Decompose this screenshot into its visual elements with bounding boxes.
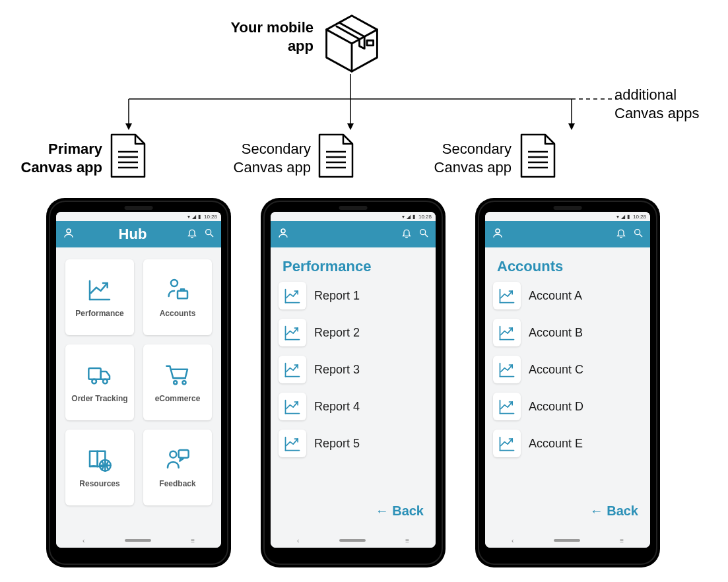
branch-label-0: PrimaryCanvas app xyxy=(0,140,102,176)
profile-icon[interactable] xyxy=(63,227,79,242)
person-chat-icon xyxy=(163,447,192,472)
search-icon[interactable] xyxy=(633,228,644,241)
chart-icon xyxy=(279,430,306,457)
chart-icon xyxy=(493,319,521,346)
document-icon-2 xyxy=(519,132,557,179)
profile-icon[interactable] xyxy=(492,227,508,242)
phone-hub: ▾ ◢ ▮ 10:28 Hub Perfo xyxy=(46,198,231,567)
hub-grid: Performance Accounts Order Tracking eCom… xyxy=(64,255,213,509)
phone-performance-screen: ▾ ◢ ▮ 10:28 . Performance xyxy=(271,212,436,548)
hub-tile-performance[interactable]: Performance xyxy=(65,259,134,335)
nav-home-icon[interactable] xyxy=(554,539,580,542)
hub-tile-order-tracking[interactable]: Order Tracking xyxy=(65,344,134,420)
status-bar: ▾ ◢ ▮ 10:28 xyxy=(485,212,650,221)
search-icon[interactable] xyxy=(418,228,429,241)
android-nav-bar: ‹ ≡ xyxy=(56,533,221,548)
list-item[interactable]: Account D xyxy=(493,393,642,420)
phone-hub-screen: ▾ ◢ ▮ 10:28 Hub Perfo xyxy=(56,212,221,548)
chart-icon xyxy=(493,282,521,309)
search-icon[interactable] xyxy=(204,228,215,241)
list-item-label: Account D xyxy=(529,400,583,414)
diagram-stage: Your mobileapp additionalCanvas apps Pri… xyxy=(0,0,728,582)
list-item-label: Report 5 xyxy=(314,437,360,451)
nav-home-icon[interactable] xyxy=(125,539,151,542)
list-item[interactable]: Account B xyxy=(493,319,642,346)
svg-point-13 xyxy=(67,229,71,233)
signal-icon: ◢ xyxy=(192,214,196,220)
app-bar: . xyxy=(485,221,650,247)
back-button[interactable]: ← Back xyxy=(590,498,642,529)
status-bar: ▾ ◢ ▮ 10:28 xyxy=(271,212,436,221)
status-bar: ▾ ◢ ▮ 10:28 xyxy=(56,212,221,221)
svg-rect-18 xyxy=(88,368,100,379)
tile-label: Feedback xyxy=(159,479,195,488)
phone-accounts-screen: ▾ ◢ ▮ 10:28 . Accounts xyxy=(485,212,650,548)
svg-point-19 xyxy=(92,379,96,383)
nav-home-icon[interactable] xyxy=(339,539,366,542)
bell-icon[interactable] xyxy=(401,228,412,241)
nav-back-icon[interactable]: ‹ xyxy=(83,537,84,544)
svg-point-27 xyxy=(420,230,426,235)
status-time: 10:28 xyxy=(204,214,217,220)
list-item[interactable]: Account C xyxy=(493,356,642,383)
list-item[interactable]: Report 4 xyxy=(279,393,428,420)
list-item[interactable]: Report 1 xyxy=(279,282,428,309)
list-item[interactable]: Account A xyxy=(493,282,642,309)
svg-rect-17 xyxy=(178,290,187,298)
section-title: Accounts xyxy=(497,258,641,275)
wifi-icon: ▾ xyxy=(402,214,405,220)
list-item-label: Account C xyxy=(529,363,583,377)
list-item-label: Account A xyxy=(529,289,582,303)
accounts-list: Account A Account B Account C Account D … xyxy=(493,282,642,457)
document-icon-1 xyxy=(317,132,355,179)
svg-rect-25 xyxy=(179,450,189,458)
list-item[interactable]: Report 3 xyxy=(279,356,428,383)
app-bar: Hub xyxy=(56,221,221,247)
signal-icon: ◢ xyxy=(621,214,625,220)
bell-icon[interactable] xyxy=(616,228,626,241)
list-item[interactable]: Report 5 xyxy=(279,430,428,457)
list-item[interactable]: Report 2 xyxy=(279,319,428,346)
list-item-label: Report 1 xyxy=(314,289,360,303)
cart-icon xyxy=(163,362,192,387)
hub-tile-accounts[interactable]: Accounts xyxy=(143,259,212,335)
app-bar: . xyxy=(271,221,436,247)
battery-icon: ▮ xyxy=(413,214,415,220)
svg-point-30 xyxy=(635,230,640,235)
document-icon-0 xyxy=(109,132,147,179)
status-time: 10:28 xyxy=(418,214,432,220)
truck-icon xyxy=(85,362,114,387)
svg-point-26 xyxy=(281,229,285,233)
list-item[interactable]: Account E xyxy=(493,430,642,457)
tile-label: Performance xyxy=(75,309,123,318)
svg-line-28 xyxy=(425,234,428,237)
svg-point-22 xyxy=(183,381,186,384)
hub-tile-feedback[interactable]: Feedback xyxy=(143,430,212,505)
svg-point-20 xyxy=(103,379,108,383)
bell-icon[interactable] xyxy=(187,228,197,241)
wifi-icon: ▾ xyxy=(187,214,190,220)
phone-accounts: ▾ ◢ ▮ 10:28 . Accounts xyxy=(475,198,660,567)
android-nav-bar: ‹ ≡ xyxy=(271,533,436,548)
list-item-label: Account B xyxy=(529,326,583,340)
tile-label: Order Tracking xyxy=(71,394,127,403)
svg-point-14 xyxy=(206,230,211,235)
nav-recent-icon[interactable]: ≡ xyxy=(405,537,409,544)
chart-icon xyxy=(493,356,521,383)
battery-icon: ▮ xyxy=(627,214,630,220)
tile-label: Resources xyxy=(79,479,119,488)
svg-point-21 xyxy=(174,381,177,384)
hub-tile-resources[interactable]: Resources xyxy=(65,430,134,505)
nav-recent-icon[interactable]: ≡ xyxy=(620,537,624,544)
hub-tile-ecommerce[interactable]: eCommerce xyxy=(143,344,212,420)
battery-icon: ▮ xyxy=(198,214,201,220)
nav-back-icon[interactable]: ‹ xyxy=(512,537,513,544)
profile-icon[interactable] xyxy=(277,227,293,242)
svg-point-24 xyxy=(170,451,176,457)
nav-back-icon[interactable]: ‹ xyxy=(297,537,299,544)
svg-line-15 xyxy=(211,234,213,237)
back-button[interactable]: ← Back xyxy=(376,498,428,529)
app-bar-title: Hub xyxy=(79,226,187,243)
nav-recent-icon[interactable]: ≡ xyxy=(191,537,195,544)
person-briefcase-icon xyxy=(163,277,192,302)
